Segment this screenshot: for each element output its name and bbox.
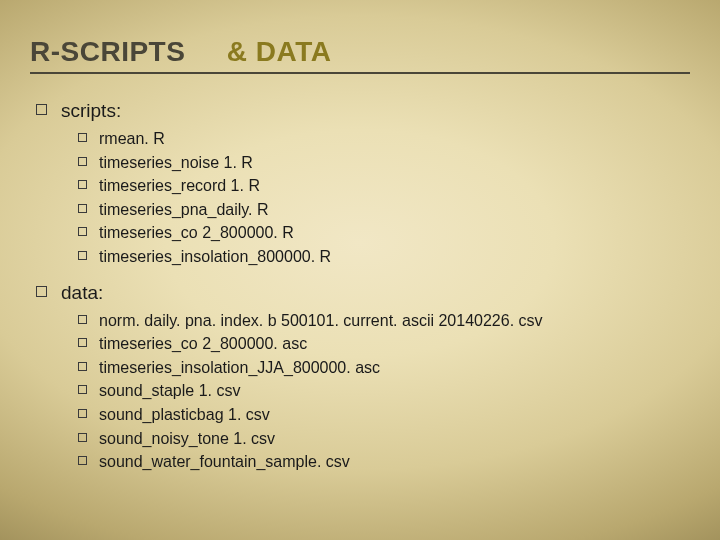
list-item: timeseries_insolation_JJA_800000. asc [78,357,690,379]
slide-content: scripts: rmean. R timeseries_noise 1. R … [36,100,690,487]
list-item-label: timeseries_pna_daily. R [99,199,269,221]
square-bullet-icon [78,433,87,442]
square-bullet-icon [78,362,87,371]
square-bullet-icon [78,315,87,324]
title-part1: R-SCRIPTS [30,36,185,67]
list-item-label: sound_plasticbag 1. csv [99,404,270,426]
section-heading: data: [36,282,690,304]
square-bullet-icon [36,104,47,115]
list-item: timeseries_noise 1. R [78,152,690,174]
list-item: sound_staple 1. csv [78,380,690,402]
slide-title-region: R-SCRIPTS & DATA [30,36,690,74]
section-label: data: [61,282,103,304]
list-item: rmean. R [78,128,690,150]
list-item-label: timeseries_insolation_800000. R [99,246,331,268]
section-label: scripts: [61,100,121,122]
square-bullet-icon [36,286,47,297]
list-item-label: norm. daily. pna. index. b 500101. curre… [99,310,543,332]
list-item-label: timeseries_co 2_800000. asc [99,333,307,355]
list-item-label: timeseries_record 1. R [99,175,260,197]
list-item: timeseries_pna_daily. R [78,199,690,221]
slide-title: R-SCRIPTS & DATA [30,36,690,72]
square-bullet-icon [78,204,87,213]
list-item: timeseries_insolation_800000. R [78,246,690,268]
list-item-label: timeseries_noise 1. R [99,152,253,174]
square-bullet-icon [78,456,87,465]
list-item: timeseries_co 2_800000. asc [78,333,690,355]
list-item: timeseries_co 2_800000. R [78,222,690,244]
list-item: sound_plasticbag 1. csv [78,404,690,426]
square-bullet-icon [78,338,87,347]
title-underline [30,72,690,74]
square-bullet-icon [78,180,87,189]
section-list: rmean. R timeseries_noise 1. R timeserie… [78,128,690,268]
list-item-label: sound_staple 1. csv [99,380,240,402]
list-item-label: sound_water_fountain_sample. csv [99,451,350,473]
square-bullet-icon [78,409,87,418]
square-bullet-icon [78,385,87,394]
list-item-label: timeseries_insolation_JJA_800000. asc [99,357,380,379]
section-list: norm. daily. pna. index. b 500101. curre… [78,310,690,473]
section-heading: scripts: [36,100,690,122]
list-item-label: sound_noisy_tone 1. csv [99,428,275,450]
square-bullet-icon [78,227,87,236]
square-bullet-icon [78,251,87,260]
list-item: norm. daily. pna. index. b 500101. curre… [78,310,690,332]
list-item: sound_water_fountain_sample. csv [78,451,690,473]
square-bullet-icon [78,157,87,166]
list-item-label: timeseries_co 2_800000. R [99,222,294,244]
list-item: sound_noisy_tone 1. csv [78,428,690,450]
square-bullet-icon [78,133,87,142]
list-item-label: rmean. R [99,128,165,150]
list-item: timeseries_record 1. R [78,175,690,197]
title-part2: & DATA [227,36,332,67]
